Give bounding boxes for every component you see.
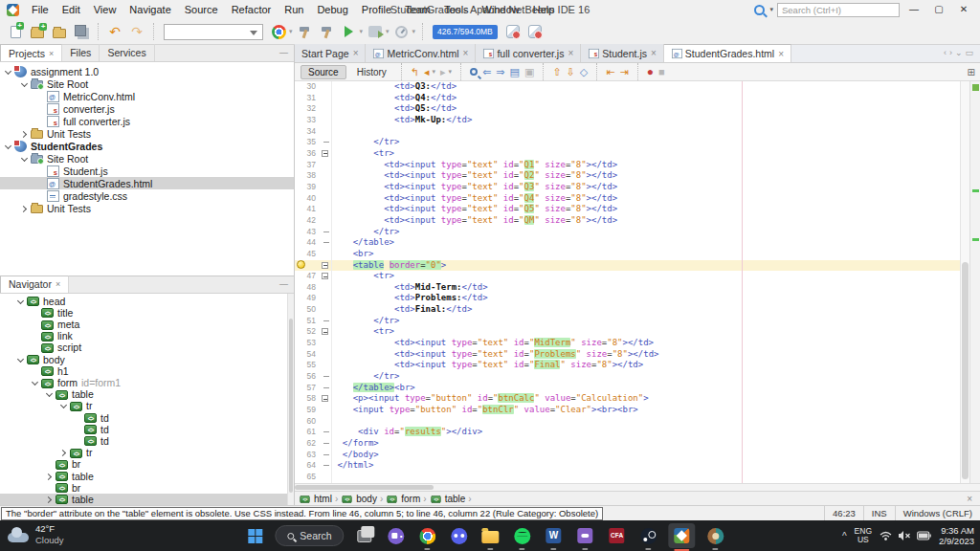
code-line-64[interactable]: 64 </html>	[295, 460, 980, 472]
menu-edit[interactable]: Edit	[56, 4, 87, 15]
project-node-unit-tests[interactable]: Unit Tests	[0, 202, 294, 214]
menu-refactor[interactable]: Refactor	[225, 4, 278, 15]
nav-node-script[interactable]: script	[0, 342, 294, 353]
code-line-37[interactable]: 37 <td><input type="text" id="Q1" size="…	[295, 160, 980, 171]
run-project-button[interactable]	[340, 22, 359, 41]
code-line-48[interactable]: 48 <td>Mid-Term:</td>	[295, 282, 980, 294]
code-line-65[interactable]: 65	[295, 472, 980, 483]
wifi-icon[interactable]	[880, 530, 892, 541]
code-line-63[interactable]: 63 </body>	[295, 450, 980, 461]
chrome-taskbar-button[interactable]	[416, 524, 439, 547]
back-icon[interactable]: ◂	[424, 67, 430, 77]
nav-node-table[interactable]: table	[0, 388, 294, 400]
project-node-gradestyle-css[interactable]: gradestyle.css	[0, 189, 294, 202]
nav-node-br[interactable]: br	[0, 482, 294, 494]
project-node-converter-js[interactable]: converter.js	[0, 102, 294, 115]
task-view-button[interactable]	[353, 524, 376, 547]
tab-navigator[interactable]: Navigator×	[0, 276, 69, 293]
expander-closed-icon[interactable]	[20, 129, 31, 139]
nav-node-td[interactable]: td	[0, 435, 294, 447]
debug-project-button[interactable]	[366, 22, 385, 41]
save-all-button[interactable]	[72, 22, 91, 41]
project-node-metricconv-html[interactable]: MetricConv.html	[0, 90, 294, 102]
file-explorer-button[interactable]	[479, 524, 502, 547]
shift-right-icon[interactable]: ⇥	[620, 67, 629, 77]
code-line-57[interactable]: 57 </table><br>	[295, 383, 980, 394]
stop-macro-recording-icon[interactable]: ■	[658, 67, 665, 77]
close-button[interactable]: ✕	[953, 0, 974, 19]
editor-tab-student-js[interactable]: Student.js×	[581, 44, 664, 62]
fold-collapse-icon[interactable]	[322, 328, 328, 335]
editor-vertical-scrollbar[interactable]	[960, 81, 969, 483]
undo-button[interactable]: ↶	[105, 22, 124, 41]
code-line-56[interactable]: 56 </tr>	[295, 371, 980, 383]
last-edit-location-icon[interactable]: ↰	[411, 67, 419, 77]
expander-open-icon[interactable]	[20, 154, 31, 164]
tab-files[interactable]: Files	[62, 44, 100, 61]
code-line-62[interactable]: 62 </form>	[295, 438, 980, 450]
nav-node-tr[interactable]: tr	[0, 447, 294, 458]
discord-taskbar-button[interactable]	[448, 524, 471, 547]
nav-node-tr[interactable]: tr	[0, 400, 294, 411]
expander-open-icon[interactable]	[45, 389, 56, 399]
new-project-button[interactable]	[28, 22, 47, 41]
code-line-53[interactable]: 53 <td><input type="text" id="MidTerm" s…	[295, 338, 980, 349]
steam-button[interactable]	[637, 524, 660, 547]
expander-open-icon[interactable]	[31, 378, 41, 387]
editor-tab-start-page[interactable]: Start Page×	[295, 44, 366, 62]
nav-node-h1[interactable]: h1	[0, 365, 294, 377]
code-line-41[interactable]: 41 <td><input type="text" id="Q5" size="…	[295, 204, 980, 215]
search-input[interactable]	[777, 3, 900, 17]
profile-ide-button[interactable]	[503, 22, 523, 41]
code-area[interactable]: 30 <td>Q3:</td>31 <td>Q4:</td>32 <td>Q5:…	[295, 81, 980, 483]
code-line-35[interactable]: 35 </tr>	[295, 137, 980, 148]
open-project-button[interactable]	[50, 22, 69, 41]
split-editor-icon[interactable]: ⊞	[968, 67, 975, 77]
select-in-projects-icon[interactable]: ▣	[524, 67, 534, 77]
fold-collapse-icon[interactable]	[322, 395, 328, 402]
fold-collapse-icon[interactable]	[322, 150, 328, 157]
code-line-40[interactable]: 40 <td><input type="text" id="Q4" size="…	[295, 193, 980, 205]
expander-closed-icon[interactable]	[45, 495, 56, 504]
expander-open-icon[interactable]	[16, 355, 27, 364]
nav-node-table[interactable]: table	[0, 470, 294, 481]
menu-debug[interactable]: Debug	[310, 4, 354, 15]
code-line-58[interactable]: 58 <p><input type="button" id="btnCalc" …	[295, 393, 980, 405]
expander-closed-icon[interactable]	[45, 472, 56, 481]
close-tab-icon[interactable]: ×	[568, 48, 573, 58]
browser-select-button[interactable]	[269, 22, 288, 41]
toggle-highlight-icon[interactable]: ▤	[510, 67, 520, 77]
configuration-combobox[interactable]	[164, 24, 263, 40]
nav-node-link[interactable]: link	[0, 330, 294, 342]
toggle-bookmark-icon[interactable]: ◇	[580, 67, 588, 77]
nav-node-td[interactable]: td	[0, 424, 294, 435]
project-node-assignment-1-0[interactable]: assignment 1.0	[0, 65, 294, 77]
close-icon[interactable]: ×	[56, 279, 60, 289]
chat-button[interactable]	[385, 524, 408, 547]
previous-bookmark-icon[interactable]: ⇧	[552, 67, 561, 77]
find-icon[interactable]	[470, 68, 478, 76]
breadcrumb-body[interactable]: body	[341, 494, 377, 504]
start-button[interactable]	[243, 524, 266, 547]
code-line-45[interactable]: 45 <br>	[295, 249, 980, 260]
tray-expand-icon[interactable]: ^	[842, 531, 847, 541]
expander-closed-icon[interactable]	[20, 204, 31, 213]
code-line-55[interactable]: 55 <td><input type="text" id="Final" siz…	[295, 360, 980, 371]
close-tab-icon[interactable]: ×	[651, 48, 657, 58]
weather-widget[interactable]: 42°F Cloudy	[8, 523, 64, 546]
code-line-61[interactable]: 61 <div id="results"></div>	[295, 427, 980, 438]
tab-projects[interactable]: Projects×	[0, 44, 62, 61]
code-line-60[interactable]: 60	[295, 416, 980, 428]
memory-gauge[interactable]: 426.7/594.0MB	[433, 25, 498, 39]
taskbar-search[interactable]: Search	[275, 525, 344, 546]
breadcrumb-html[interactable]: html	[299, 494, 332, 504]
find-previous-icon[interactable]: ⇐	[482, 67, 491, 77]
clock[interactable]: 9:36 AM2/9/2023	[939, 525, 974, 546]
code-line-36[interactable]: 36 <tr>	[295, 148, 980, 160]
code-line-46[interactable]: <table border="0">	[295, 260, 980, 272]
nav-node-br[interactable]: br	[0, 458, 294, 470]
word-button[interactable]: W	[543, 524, 566, 547]
code-line-38[interactable]: 38 <td><input type="text" id="Q2" size="…	[295, 170, 980, 182]
fold-collapse-icon[interactable]	[322, 262, 328, 269]
editor-tab-full-converter-js[interactable]: full converter.js×	[476, 44, 581, 62]
